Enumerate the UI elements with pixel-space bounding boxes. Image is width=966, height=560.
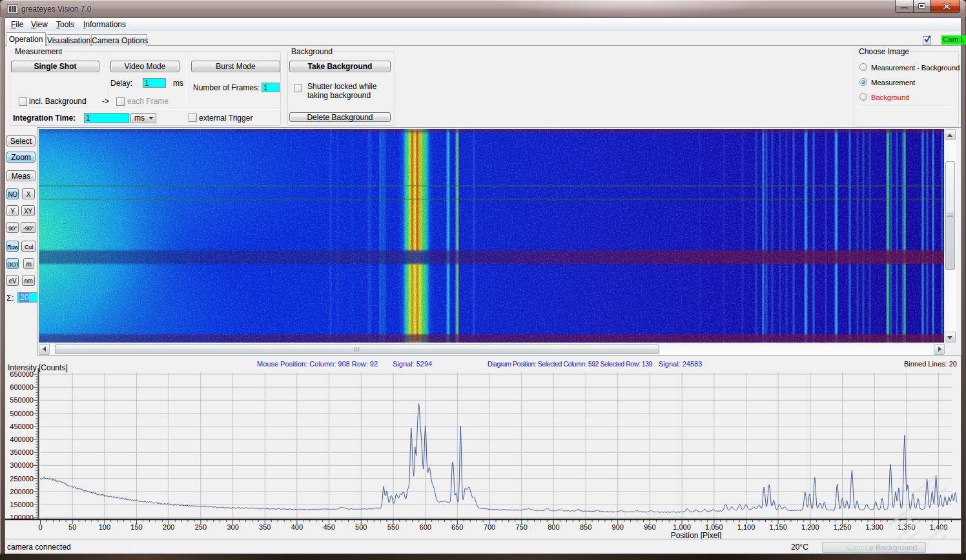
svg-text:1,250: 1,250 xyxy=(834,523,852,531)
svg-text:1,050: 1,050 xyxy=(705,523,723,531)
svg-text:950: 950 xyxy=(644,523,655,531)
svg-text:0: 0 xyxy=(38,523,42,531)
svg-text:900: 900 xyxy=(612,523,624,531)
svg-text:200: 200 xyxy=(163,523,174,531)
svg-text:400: 400 xyxy=(291,523,303,531)
svg-text:850: 850 xyxy=(580,523,591,531)
svg-text:550: 550 xyxy=(387,523,399,531)
svg-text:350: 350 xyxy=(259,523,271,531)
svg-text:1,000: 1,000 xyxy=(673,523,691,531)
svg-text:300: 300 xyxy=(227,523,238,531)
svg-text:Position [Pixel]: Position [Pixel] xyxy=(671,531,722,539)
svg-text:350000: 350000 xyxy=(10,448,34,456)
svg-text:450000: 450000 xyxy=(10,423,34,430)
svg-text:150000: 150000 xyxy=(10,501,34,508)
svg-text:750: 750 xyxy=(516,523,528,531)
svg-text:1,200: 1,200 xyxy=(801,523,819,531)
svg-text:1,300: 1,300 xyxy=(865,523,883,531)
svg-text:100: 100 xyxy=(99,523,110,531)
svg-text:550000: 550000 xyxy=(10,396,34,404)
svg-text:700: 700 xyxy=(484,523,495,531)
svg-text:800: 800 xyxy=(548,523,559,531)
svg-text:300000: 300000 xyxy=(10,461,34,469)
svg-text:250000: 250000 xyxy=(10,475,34,483)
svg-text:600: 600 xyxy=(420,523,431,531)
svg-text:250: 250 xyxy=(195,523,207,531)
svg-text:600000: 600000 xyxy=(10,383,34,391)
svg-text:100000: 100000 xyxy=(10,514,34,521)
svg-text:50: 50 xyxy=(68,523,76,531)
svg-text:500000: 500000 xyxy=(10,410,34,417)
svg-text:500: 500 xyxy=(355,523,367,531)
svg-text:1,100: 1,100 xyxy=(737,523,755,531)
svg-text:450: 450 xyxy=(323,523,334,531)
svg-text:1,150: 1,150 xyxy=(769,523,787,531)
svg-text:400000: 400000 xyxy=(10,435,34,443)
svg-text:650: 650 xyxy=(451,523,463,531)
svg-text:200000: 200000 xyxy=(10,488,34,495)
svg-text:150: 150 xyxy=(130,523,142,531)
